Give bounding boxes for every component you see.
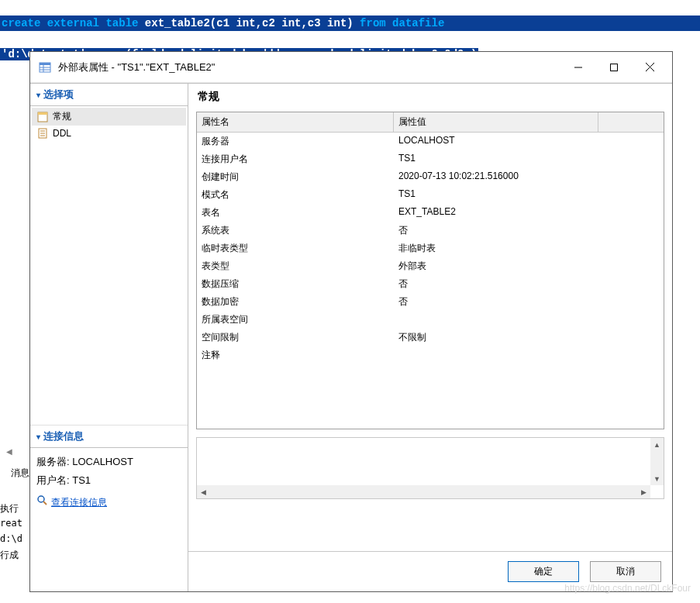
bg-text-fragment: 执行: [0, 502, 19, 515]
scroll-up-icon[interactable]: ▲: [650, 438, 664, 451]
sql-text: ext_table2(c1 int,c2 int,c3 int): [138, 17, 360, 29]
scroll-right-icon[interactable]: ▶: [637, 485, 650, 498]
option-label: DDL: [53, 128, 71, 139]
main-panel: 常规 属性名 属性值 服务器LOCALHOST连接用户名TS1创建时间2020-…: [188, 84, 672, 591]
titlebar[interactable]: 外部表属性 - "TS1"."EXT_TABLE2": [30, 52, 672, 83]
conn-server-value: LOCALHOST: [72, 456, 133, 467]
prop-value-cell: [394, 346, 664, 364]
prop-name-cell: 数据压缩: [197, 275, 394, 293]
sql-kw: create external table: [2, 17, 138, 29]
properties-grid: 属性名 属性值 服务器LOCALHOST连接用户名TS1创建时间2020-07-…: [196, 112, 664, 429]
conn-server-label: 服务器:: [36, 456, 72, 467]
scroll-left-arrow[interactable]: ◀: [3, 446, 16, 456]
prop-value-cell: 2020-07-13 10:02:21.516000: [394, 168, 664, 186]
bg-text-fragment: reat: [0, 518, 22, 529]
collapse-icon: ▾: [36, 91, 40, 99]
view-connection-link[interactable]: 查看连接信息: [51, 493, 107, 512]
table-row[interactable]: 系统表否: [197, 222, 664, 239]
connection-info: 服务器: LOCALHOST 用户名: TS1 查看连接信息: [30, 448, 188, 516]
scroll-left-icon[interactable]: ◀: [197, 485, 210, 498]
prop-name-cell: 注释: [197, 346, 394, 364]
doc-icon: [36, 128, 49, 139]
prop-name-cell: 创建时间: [197, 168, 394, 186]
conn-user-label: 用户名:: [36, 474, 72, 486]
conn-server-row: 服务器: LOCALHOST: [36, 453, 181, 471]
svg-rect-10: [38, 112, 47, 115]
table-row[interactable]: 数据加密否: [197, 293, 664, 311]
prop-value-cell: 否: [394, 275, 664, 293]
table-row[interactable]: 数据压缩否: [197, 275, 664, 293]
dialog-button-bar: 确定 取消: [188, 551, 672, 591]
prop-name-cell: 模式名: [197, 186, 394, 204]
magnify-icon: [36, 493, 47, 512]
options-section-header[interactable]: ▾ 选择项: [30, 84, 188, 106]
properties-dialog: 外部表属性 - "TS1"."EXT_TABLE2" ▾ 选择项: [29, 51, 673, 592]
prop-value-cell: [394, 311, 664, 329]
table-row[interactable]: 临时表类型非临时表: [197, 239, 664, 257]
prop-value-cell: TS1: [394, 150, 664, 168]
conn-section-header[interactable]: ▾ 连接信息: [30, 426, 188, 448]
bg-text-fragment: 行成: [0, 549, 19, 562]
messages-tab[interactable]: 消息: [11, 467, 29, 480]
col-header-value[interactable]: 属性值: [394, 112, 598, 133]
svg-rect-1: [40, 63, 50, 65]
collapse-icon: ▾: [36, 432, 40, 441]
prop-name-cell: 数据加密: [197, 293, 394, 311]
svg-rect-6: [611, 64, 618, 71]
prop-name-cell: 服务器: [197, 133, 394, 150]
prop-name-cell: 临时表类型: [197, 239, 394, 257]
option-ddl[interactable]: DDL: [32, 126, 186, 141]
prop-value-cell: EXT_TABLE2: [394, 204, 664, 222]
table-row[interactable]: 模式名TS1: [197, 186, 664, 204]
option-label: 常规: [53, 110, 71, 123]
grid-header: 属性名 属性值: [197, 112, 664, 133]
conn-user-value: TS1: [72, 474, 91, 486]
table-icon: [38, 60, 52, 74]
table-row[interactable]: 创建时间2020-07-13 10:02:21.516000: [197, 168, 664, 186]
prop-value-cell: 外部表: [394, 257, 664, 275]
table-row[interactable]: 表名EXT_TABLE2: [197, 204, 664, 222]
conn-link-row: 查看连接信息: [36, 493, 181, 512]
prop-value-cell: 否: [394, 293, 664, 311]
options-list: 常规 DDL: [30, 106, 188, 426]
grid-body: 服务器LOCALHOST连接用户名TS1创建时间2020-07-13 10:02…: [197, 133, 664, 429]
prop-value-cell: 不限制: [394, 329, 664, 346]
page-icon: [36, 112, 49, 122]
prop-name-cell: 空间限制: [197, 329, 394, 346]
minimize-button[interactable]: [560, 55, 596, 80]
prop-name-cell: 连接用户名: [197, 150, 394, 168]
scroll-down-icon[interactable]: ▼: [650, 472, 664, 485]
option-general[interactable]: 常规: [32, 108, 186, 126]
col-header-name[interactable]: 属性名: [197, 112, 394, 133]
table-row[interactable]: 表类型外部表: [197, 257, 664, 275]
table-row[interactable]: 连接用户名TS1: [197, 150, 664, 168]
prop-value-cell: 否: [394, 222, 664, 239]
table-row[interactable]: 服务器LOCALHOST: [197, 133, 664, 150]
prop-name-cell: 所属表空间: [197, 311, 394, 329]
table-row[interactable]: 空间限制不限制: [197, 329, 664, 346]
table-row[interactable]: 所属表空间: [197, 311, 664, 329]
horizontal-scrollbar[interactable]: ◀ ▶: [197, 485, 650, 498]
prop-value-cell: TS1: [394, 186, 664, 204]
conn-header-label: 连接信息: [43, 429, 84, 443]
detail-text-area[interactable]: ▲ ▼ ◀ ▶: [196, 437, 664, 499]
prop-value-cell: LOCALHOST: [394, 133, 664, 150]
conn-user-row: 用户名: TS1: [36, 471, 181, 490]
bg-text-fragment: d:\d: [0, 533, 22, 544]
dialog-title: 外部表属性 - "TS1"."EXT_TABLE2": [58, 60, 215, 74]
main-title: 常规: [188, 84, 672, 109]
table-row[interactable]: 注释: [197, 346, 664, 364]
left-panel: ▾ 选择项 常规 DDL ▾ 连接信息: [30, 84, 188, 591]
prop-name-cell: 表名: [197, 204, 394, 222]
options-header-label: 选择项: [43, 88, 74, 102]
svg-point-15: [38, 496, 44, 502]
prop-name-cell: 系统表: [197, 222, 394, 239]
svg-line-16: [43, 501, 47, 505]
ok-button[interactable]: 确定: [508, 561, 579, 582]
sql-kw: from datafile: [360, 17, 444, 29]
maximize-button[interactable]: [596, 55, 632, 80]
vertical-scrollbar[interactable]: ▲ ▼: [650, 438, 664, 485]
close-button[interactable]: [632, 55, 667, 80]
prop-value-cell: 非临时表: [394, 239, 664, 257]
cancel-button[interactable]: 取消: [590, 561, 661, 582]
